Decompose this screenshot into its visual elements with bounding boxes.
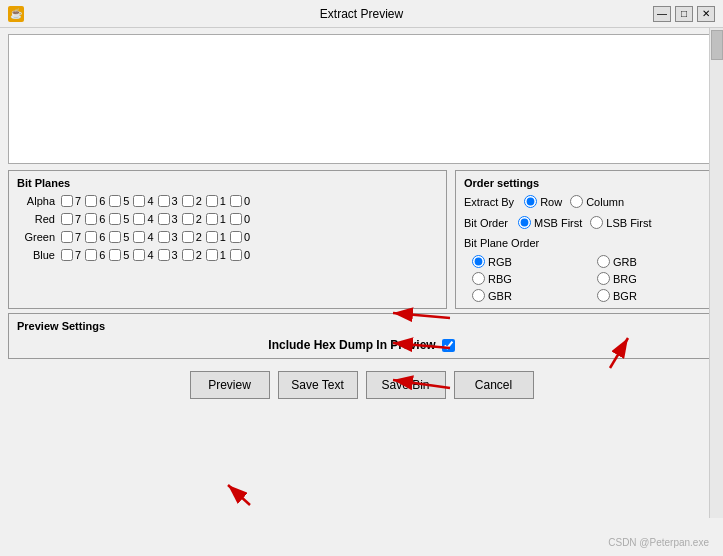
close-button[interactable]: ✕ — [697, 6, 715, 22]
bit-order-label: Bit Order — [464, 217, 508, 229]
blue-bit-5: 5 — [109, 249, 129, 261]
alpha-check-6[interactable] — [85, 195, 97, 207]
alpha-check-5[interactable] — [109, 195, 121, 207]
red-check-3[interactable] — [158, 213, 170, 225]
extract-by-label: Extract By — [464, 196, 514, 208]
red-check-1[interactable] — [206, 213, 218, 225]
alpha-bit-4: 4 — [133, 195, 153, 207]
blue-check-4[interactable] — [133, 249, 145, 261]
green-check-5[interactable] — [109, 231, 121, 243]
minimize-button[interactable]: — — [653, 6, 671, 22]
brg-option: BRG — [597, 272, 706, 285]
red-bit-7: 7 — [61, 213, 81, 225]
preview-button[interactable]: Preview — [190, 371, 270, 399]
hex-dump-label: Include Hex Dump In Preview — [268, 338, 435, 352]
green-bit-6: 6 — [85, 231, 105, 243]
msb-radio[interactable] — [518, 216, 531, 229]
green-check-7[interactable] — [61, 231, 73, 243]
blue-check-3[interactable] — [158, 249, 170, 261]
brg-label[interactable]: BRG — [613, 273, 637, 285]
red-bit-0: 0 — [230, 213, 250, 225]
red-check-2[interactable] — [182, 213, 194, 225]
blue-check-0[interactable] — [230, 249, 242, 261]
blue-bit-4: 4 — [133, 249, 153, 261]
extract-by-group: Row Column — [524, 195, 624, 208]
blue-check-7[interactable] — [61, 249, 73, 261]
maximize-button[interactable]: □ — [675, 6, 693, 22]
blue-check-1[interactable] — [206, 249, 218, 261]
alpha-label: Alpha — [17, 195, 55, 207]
green-label: Green — [17, 231, 55, 243]
rgb-radio[interactable] — [472, 255, 485, 268]
red-bit-5: 5 — [109, 213, 129, 225]
green-check-6[interactable] — [85, 231, 97, 243]
rbg-radio[interactable] — [472, 272, 485, 285]
bit-plane-order-title: Bit Plane Order — [464, 237, 706, 249]
grb-radio[interactable] — [597, 255, 610, 268]
green-check-2[interactable] — [182, 231, 194, 243]
blue-bit-2: 2 — [182, 249, 202, 261]
alpha-check-1[interactable] — [206, 195, 218, 207]
scroll-thumb[interactable] — [711, 30, 723, 60]
green-bit-3: 3 — [158, 231, 178, 243]
lsb-radio-label[interactable]: LSB First — [606, 217, 651, 229]
rgb-option: RGB — [472, 255, 581, 268]
cancel-button[interactable]: Cancel — [454, 371, 534, 399]
lsb-radio[interactable] — [590, 216, 603, 229]
blue-check-5[interactable] — [109, 249, 121, 261]
red-check-7[interactable] — [61, 213, 73, 225]
bit-order-row: Bit Order MSB First LSB First — [464, 216, 706, 229]
green-row: Green 7 6 5 4 3 2 1 0 — [17, 231, 438, 243]
order-settings-title: Order settings — [464, 177, 706, 189]
red-bit-4: 4 — [133, 213, 153, 225]
scrollbar[interactable] — [709, 28, 723, 518]
gbr-label[interactable]: GBR — [488, 290, 512, 302]
msb-option: MSB First — [518, 216, 582, 229]
preview-settings-content: Include Hex Dump In Preview — [17, 338, 706, 352]
column-radio-label[interactable]: Column — [586, 196, 624, 208]
order-grid: RGB GRB RBG BRG GBR — [464, 255, 706, 302]
green-bit-0: 0 — [230, 231, 250, 243]
alpha-check-2[interactable] — [182, 195, 194, 207]
blue-check-6[interactable] — [85, 249, 97, 261]
blue-bit-6: 6 — [85, 249, 105, 261]
rgb-label[interactable]: RGB — [488, 256, 512, 268]
red-check-5[interactable] — [109, 213, 121, 225]
blue-check-2[interactable] — [182, 249, 194, 261]
red-check-0[interactable] — [230, 213, 242, 225]
preview-textarea[interactable] — [9, 35, 714, 163]
alpha-check-0[interactable] — [230, 195, 242, 207]
msb-radio-label[interactable]: MSB First — [534, 217, 582, 229]
green-bit-2: 2 — [182, 231, 202, 243]
gbr-radio[interactable] — [472, 289, 485, 302]
green-bit-7: 7 — [61, 231, 81, 243]
grb-label[interactable]: GRB — [613, 256, 637, 268]
bgr-label[interactable]: BGR — [613, 290, 637, 302]
watermark: CSDN @Peterpan.exe — [608, 537, 709, 548]
column-option: Column — [570, 195, 624, 208]
brg-radio[interactable] — [597, 272, 610, 285]
alpha-check-4[interactable] — [133, 195, 145, 207]
red-check-6[interactable] — [85, 213, 97, 225]
alpha-check-7[interactable] — [61, 195, 73, 207]
alpha-bit-2: 2 — [182, 195, 202, 207]
app-icon: ☕ — [8, 6, 24, 22]
column-radio[interactable] — [570, 195, 583, 208]
blue-bit-3: 3 — [158, 249, 178, 261]
green-bit-4: 4 — [133, 231, 153, 243]
save-text-button[interactable]: Save Text — [278, 371, 358, 399]
hex-dump-checkbox[interactable] — [442, 339, 455, 352]
green-check-3[interactable] — [158, 231, 170, 243]
row-radio-label[interactable]: Row — [540, 196, 562, 208]
red-check-4[interactable] — [133, 213, 145, 225]
grb-option: GRB — [597, 255, 706, 268]
alpha-row: Alpha 7 6 5 4 3 2 1 0 — [17, 195, 438, 207]
bgr-radio[interactable] — [597, 289, 610, 302]
green-check-0[interactable] — [230, 231, 242, 243]
save-bin-button[interactable]: Save Bin — [366, 371, 446, 399]
row-radio[interactable] — [524, 195, 537, 208]
green-check-4[interactable] — [133, 231, 145, 243]
alpha-check-3[interactable] — [158, 195, 170, 207]
rbg-label[interactable]: RBG — [488, 273, 512, 285]
green-check-1[interactable] — [206, 231, 218, 243]
